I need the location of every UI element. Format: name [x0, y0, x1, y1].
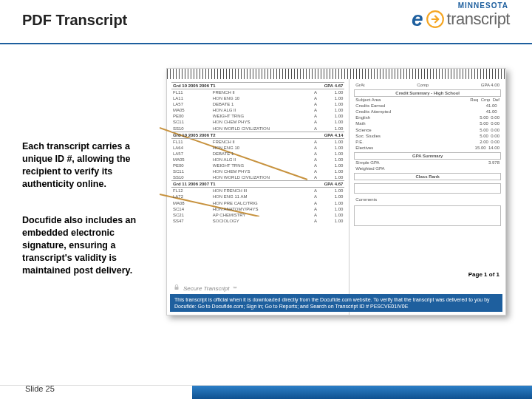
logo-state-text: MINNESOTA — [458, 1, 508, 10]
lock-icon — [173, 284, 180, 293]
course-row: SC21AP CHEMISTRYA1.00 — [171, 212, 344, 218]
slide-number-label: Slide 25 — [25, 384, 55, 393]
comments-box — [354, 205, 501, 226]
course-row: SC11HON CHEM PHYSA1.00 — [171, 119, 344, 125]
credit-summary-table: Subject AreaReq Cmp DefCredits Earned41.… — [354, 97, 501, 151]
transcript-body: Grd 10 2005 2006 T1GPA 4.67FL11FRENCH II… — [167, 79, 505, 315]
credit-row: Credits Attempted41.00 — [354, 109, 501, 115]
credit-row: Math5.00 0.00 — [354, 120, 501, 126]
credit-row: Soc. Studies5.00 0.00 — [354, 133, 501, 139]
slide-content: Each transcript carries a unique ID #, a… — [0, 44, 532, 362]
credit-row: Science5.00 0.00 — [354, 127, 501, 133]
course-row: PE00WEIGHT TRNGA1.00 — [171, 163, 344, 168]
credit-row: Electives15.00 14.00 — [354, 145, 501, 151]
side-paragraph-1: Each transcript carries a unique ID #, a… — [22, 140, 155, 191]
right-top-line: GrAt Comp GPA 4.00 — [354, 82, 501, 88]
secure-transcript-label: Secure Transcript ™ — [173, 284, 237, 293]
page-number: Page 1 of 1 — [468, 271, 499, 278]
course-row: FL11FRENCH IIA1.00 — [171, 139, 344, 145]
rt-left: GrAt — [355, 82, 364, 88]
term-header: Grd 10 2005 2006 T2GPA 4.14 — [171, 132, 344, 139]
course-row: FL12HON FRENCH IIIA1.00 — [171, 188, 344, 194]
course-row: PE00WEIGHT TRNGA1.00 — [171, 113, 344, 119]
course-row: LA64HON ENG 10A1.00 — [171, 145, 344, 151]
course-row: LA72HON ENG 11 AMA1.00 — [171, 194, 344, 200]
course-row: MA05HON ALG IIA1.00 — [171, 107, 344, 113]
transcript-screenshot: Grd 10 2005 2006 T1GPA 4.67FL11FRENCH II… — [166, 68, 506, 316]
brand-logo: MINNESOTA e transcript — [412, 7, 510, 31]
slide-header: PDF Transcript MINNESOTA e transcript — [0, 0, 532, 44]
course-row: SC11HON CHEM PHYSA1.00 — [171, 168, 344, 174]
credit-row: English5.00 0.00 — [354, 115, 501, 120]
side-paragraph-2: Docufide also includes an embedded elect… — [22, 214, 155, 276]
gpa-summary-table: Simple GPA3.978Weighted GPA — [354, 160, 501, 171]
credit-row: Credits Earned41.00 — [354, 103, 501, 109]
gpa-row: Simple GPA3.978 — [354, 160, 501, 166]
course-row: LA57DEBATE 1A1.00 — [171, 151, 344, 157]
secure-text: Secure Transcript — [183, 285, 230, 292]
logo-word-text: transcript — [447, 10, 510, 29]
course-row: SS10HON WORLD CIVILIZATIONA1.00 — [171, 174, 344, 180]
transcript-right-column: GrAt Comp GPA 4.00 Credit Summary - High… — [349, 79, 505, 315]
course-row: MA08HON PRE CALC/TRIGA1.00 — [171, 200, 344, 206]
transcript-left-column: Grd 10 2005 2006 T1GPA 4.67FL11FRENCH II… — [167, 79, 349, 315]
slide-footer: Slide 25 — [0, 377, 532, 399]
arrow-icon — [425, 9, 446, 30]
logo-e-letter: e — [412, 7, 423, 31]
gpa-row: Weighted GPA — [354, 166, 501, 171]
credit-columns: Subject AreaReq Cmp Def — [354, 97, 501, 103]
course-row: FL11FRENCH IIA1.00 — [171, 89, 344, 95]
verification-note-bar: This transcript is official when it is d… — [170, 294, 502, 312]
course-row: MA05HON ALG IIA1.00 — [171, 157, 344, 163]
gpa-summary-header: GPA Summary — [354, 152, 501, 160]
term-header: Grd 11 2006 2007 T1GPA 4.67 — [171, 180, 344, 188]
class-rank-header: Class Rank — [354, 173, 501, 180]
comments-label: Comments — [354, 197, 501, 202]
class-rank-box — [354, 183, 501, 194]
rt-right: GPA 4.00 — [481, 82, 499, 88]
credit-row: P.E.2.00 0.00 — [354, 139, 501, 145]
course-row: SC14HON ANATOMY/PHYSA1.00 — [171, 206, 344, 212]
course-row: LA11HON ENG 10A1.00 — [171, 95, 344, 101]
course-row: SS10HON WORLD CIVILIZATIONA1.00 — [171, 126, 344, 132]
footer-blue-bar — [192, 386, 532, 399]
rt-mid: Comp — [417, 82, 429, 88]
course-row: LA57DEBATE 1A1.00 — [171, 101, 344, 107]
course-row: SS47SOCIOLOGYA1.00 — [171, 218, 344, 224]
redaction-bar — [167, 69, 505, 79]
svg-rect-3 — [175, 287, 179, 290]
credit-summary-header: Credit Summary - High School — [354, 89, 501, 97]
term-header: Grd 10 2005 2006 T1GPA 4.67 — [171, 82, 344, 89]
